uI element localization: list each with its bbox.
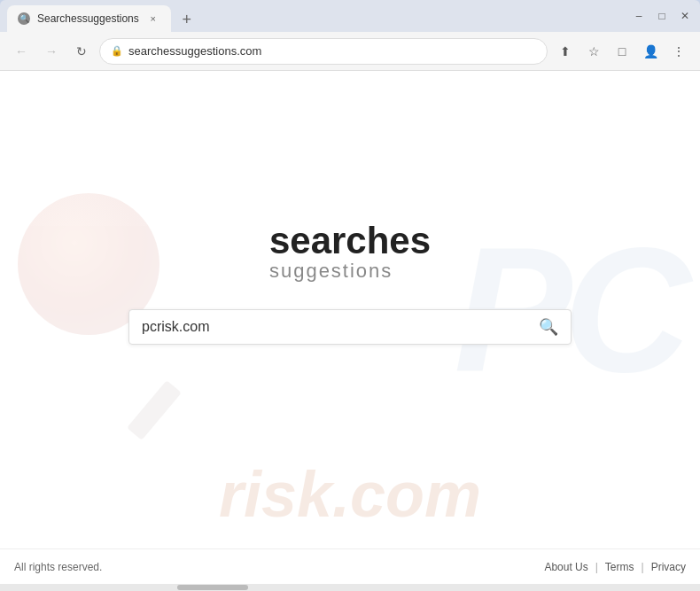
main-content-area: searches suggestions 🔍 [0, 71, 700, 548]
search-button[interactable]: 🔍 [539, 317, 558, 337]
search-bar[interactable]: 🔍 [128, 309, 572, 345]
back-icon: ← [15, 44, 27, 58]
bookmark-icon: ☆ [588, 44, 600, 58]
restore-button[interactable]: □ [654, 10, 670, 22]
terms-link[interactable]: Terms [605, 561, 634, 573]
logo-sub-text: suggestions [269, 260, 393, 283]
window-controls: – □ ✕ [631, 10, 693, 22]
extensions-button[interactable]: □ [610, 39, 634, 64]
logo-area: searches suggestions [269, 222, 431, 283]
title-bar: 🔍 Searchessuggestions × + – □ ✕ [0, 0, 700, 32]
tab-close-button[interactable]: × [146, 12, 160, 26]
privacy-link[interactable]: Privacy [651, 561, 686, 573]
forward-button[interactable]: → [39, 39, 64, 64]
tab-title: Searchessuggestions [37, 12, 139, 25]
profile-button[interactable]: 👤 [638, 39, 663, 64]
toolbar-actions: ⬆ ☆ □ 👤 ⋮ [553, 39, 691, 64]
address-bar[interactable]: 🔒 [99, 38, 548, 65]
menu-button[interactable]: ⋮ [666, 39, 691, 64]
minimize-button[interactable]: – [631, 10, 647, 22]
menu-icon: ⋮ [673, 44, 685, 58]
search-input[interactable] [142, 319, 539, 335]
footer-sep-1: | [595, 561, 598, 573]
new-tab-button[interactable]: + [175, 7, 199, 32]
footer-sep-2: | [642, 561, 644, 573]
profile-icon: 👤 [643, 44, 658, 58]
lock-icon: 🔒 [111, 45, 123, 57]
back-button[interactable]: ← [9, 39, 34, 64]
share-icon: ⬆ [560, 44, 571, 58]
reload-button[interactable]: ↻ [69, 39, 94, 64]
share-button[interactable]: ⬆ [553, 39, 578, 64]
scrollbar-thumb[interactable] [177, 585, 248, 590]
about-us-link[interactable]: About Us [544, 561, 587, 573]
tabs-area: 🔍 Searchessuggestions × + [7, 0, 627, 32]
logo-main-text: searches [269, 222, 431, 260]
footer-links: About Us | Terms | Privacy [544, 561, 686, 573]
browser-window: 🔍 Searchessuggestions × + – □ ✕ ← → ↻ 🔒 [0, 0, 700, 591]
page-footer: All rights reserved. About Us | Terms | … [0, 548, 700, 584]
scrollbar-area [0, 584, 700, 591]
tab-favicon: 🔍 [18, 12, 30, 25]
extensions-icon: □ [618, 44, 626, 58]
reload-icon: ↻ [76, 44, 87, 58]
copyright-text: All rights reserved. [14, 561, 102, 573]
url-input[interactable] [128, 44, 536, 58]
page-content: PC risk.com searches suggestions 🔍 All r… [0, 71, 700, 584]
active-tab[interactable]: 🔍 Searchessuggestions × [7, 5, 171, 32]
forward-icon: → [45, 44, 58, 58]
browser-toolbar: ← → ↻ 🔒 ⬆ ☆ □ 👤 ⋮ [0, 32, 700, 71]
search-icon: 🔍 [539, 317, 558, 337]
bookmark-button[interactable]: ☆ [581, 39, 606, 64]
close-window-button[interactable]: ✕ [677, 10, 693, 22]
